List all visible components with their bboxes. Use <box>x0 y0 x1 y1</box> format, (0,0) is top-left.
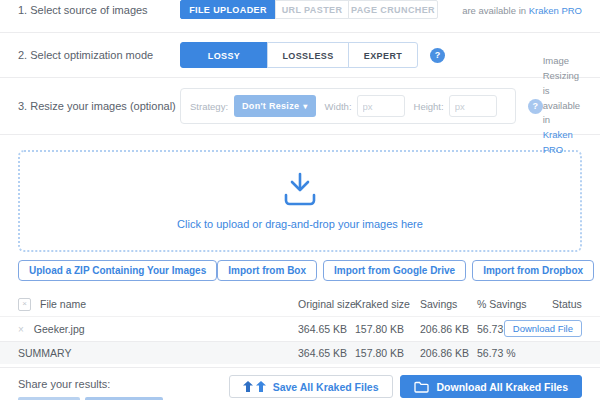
header-original-size: Original size <box>298 298 355 310</box>
download-all-label: Download All Kraked Files <box>437 381 568 393</box>
pro-note-1: are available in Kraken PRO <box>462 5 582 16</box>
dropzone-text: Click to upload or drag-and-drop your im… <box>177 218 423 230</box>
width-input[interactable] <box>357 95 405 117</box>
footer-buttons: Save All Kraked Files Download All Krake… <box>229 375 582 398</box>
mode-tabgroup: LOSSY LOSSLESS EXPERT <box>180 42 418 68</box>
pro-note-3-text: Image Resizing is available in <box>543 55 581 125</box>
summary-original-size: 364.65 KB <box>298 347 355 359</box>
remove-file-icon[interactable]: × <box>18 324 24 335</box>
save-all-label: Save All Kraked Files <box>273 381 379 393</box>
resize-options-box: Strategy: Don't Resize▾ Width: Height: <box>180 88 516 124</box>
import-dropbox-button[interactable]: Import from Dropbox <box>472 260 594 281</box>
mode-help-icon[interactable]: ? <box>430 48 445 63</box>
download-file-button[interactable]: Download File <box>504 320 582 337</box>
import-gdrive-button[interactable]: Import from Google Drive <box>323 260 466 281</box>
summary-row: SUMMARY 364.65 KB 157.80 KB 206.86 KB 56… <box>0 341 600 364</box>
header-pct-savings: % Savings <box>477 298 552 310</box>
summary-pct-savings: 56.73 % <box>477 347 552 359</box>
kraken-pro-link-1[interactable]: Kraken PRO <box>529 5 582 16</box>
resize-help-icon[interactable]: ? <box>528 99 543 114</box>
strategy-label: Strategy: <box>190 101 228 112</box>
step3-label: 3. Resize your images (optional) <box>18 100 180 112</box>
height-label: Height: <box>414 101 444 112</box>
share-block: Share your results: <box>18 375 163 400</box>
savings-value: 206.86 KB <box>420 323 477 335</box>
save-all-kraked-files-button[interactable]: Save All Kraked Files <box>229 375 393 398</box>
save-arrow-icon-2 <box>256 381 266 392</box>
table-row: × Geeker.jpg 364.65 KB 157.80 KB 206.86 … <box>0 316 600 341</box>
import-box-button[interactable]: Import from Box <box>217 260 317 281</box>
step1-label: 1. Select source of images <box>18 4 180 16</box>
pro-note-3: Image Resizing is available in Kraken PR… <box>543 54 582 157</box>
pro-note-1-text: are available in <box>462 5 529 16</box>
upload-arrow-icon <box>277 172 323 208</box>
header-savings: Savings <box>420 298 477 310</box>
summary-savings: 206.86 KB <box>420 347 477 359</box>
file-name-header-cell: × File name <box>18 298 298 311</box>
folder-icon <box>414 381 429 393</box>
width-label: Width: <box>325 101 352 112</box>
footer: Share your results: Save All Kraked File… <box>0 367 600 400</box>
results-table: × File name Original size Kraked size Sa… <box>0 292 600 364</box>
original-size-value: 364.65 KB <box>298 323 355 335</box>
header-status: Status <box>552 298 582 310</box>
strategy-value: Don't Resize <box>242 101 299 111</box>
source-tabgroup: FILE UPLOADER URL PASTER PAGE CRUNCHER <box>180 0 438 19</box>
header-kraked-size: Kraked size <box>355 298 420 310</box>
tab-page-cruncher[interactable]: PAGE CRUNCHER <box>348 0 438 19</box>
tab-lossless[interactable]: LOSSLESS <box>267 42 349 68</box>
summary-kraked-size: 157.80 KB <box>355 347 420 359</box>
tab-url-paster[interactable]: URL PASTER <box>275 0 349 19</box>
cloud-save-icons <box>243 381 266 392</box>
tab-lossy[interactable]: LOSSY <box>180 42 268 68</box>
step3-row: 3. Resize your images (optional) Strateg… <box>0 78 600 135</box>
download-all-kraked-files-button[interactable]: Download All Kraked Files <box>400 375 582 398</box>
kraked-size-value: 157.80 KB <box>355 323 420 335</box>
chevron-down-icon: ▾ <box>303 102 307 111</box>
step2-row: 2. Select optimization mode LOSSY LOSSLE… <box>0 33 600 78</box>
table-header-row: × File name Original size Kraked size Sa… <box>0 292 600 316</box>
height-input[interactable] <box>449 95 497 117</box>
upload-dropzone[interactable]: Click to upload or drag-and-drop your im… <box>18 150 582 252</box>
kraken-pro-link-3[interactable]: Kraken PRO <box>543 129 573 155</box>
save-arrow-icon <box>243 381 253 392</box>
import-actions-row: Upload a ZIP Containing Your Images Impo… <box>0 260 600 281</box>
file-cell: × Geeker.jpg <box>18 323 298 335</box>
step1-row: 1. Select source of images FILE UPLOADER… <box>0 0 600 33</box>
file-name: Geeker.jpg <box>34 323 85 335</box>
strategy-dropdown[interactable]: Don't Resize▾ <box>234 95 316 117</box>
tab-expert[interactable]: EXPERT <box>348 42 418 68</box>
header-file-name: File name <box>40 298 86 310</box>
clear-all-icon[interactable]: × <box>18 298 31 311</box>
tab-file-uploader[interactable]: FILE UPLOADER <box>180 0 276 19</box>
upload-zip-button[interactable]: Upload a ZIP Containing Your Images <box>18 260 217 281</box>
step2-label: 2. Select optimization mode <box>18 49 180 61</box>
share-results-label: Share your results: <box>18 378 163 390</box>
summary-label: SUMMARY <box>18 347 298 359</box>
